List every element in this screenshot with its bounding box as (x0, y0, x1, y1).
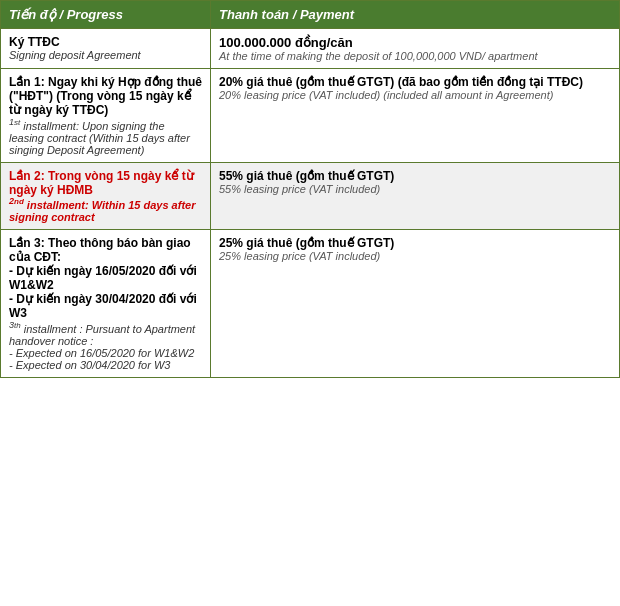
table-header: Tiến độ / Progress Thanh toán / Payment (1, 1, 619, 28)
row-kyttdc-amount-en: At the time of making the deposit of 100… (219, 50, 611, 62)
row-lan2: Lần 2: Trong vòng 15 ngày kể từ ngày ký … (1, 162, 619, 230)
row-kyttdc-amount: 100.000.000 đồng/căn (219, 35, 611, 50)
row-kyttdc: Ký TTĐC Signing deposit Agreement 100.00… (1, 28, 619, 68)
row-lan3: Lần 3: Theo thông báo bàn giao của CĐT:-… (1, 229, 619, 377)
row-lan3-vi: Lần 3: Theo thông báo bàn giao của CĐT:-… (9, 236, 202, 320)
header-payment: Thanh toán / Payment (211, 1, 619, 28)
row-kyttdc-right: 100.000.000 đồng/căn At the time of maki… (211, 29, 619, 68)
row-lan1-right: 20% giá thuê (gồm thuế GTGT) (đã bao gồm… (211, 69, 619, 162)
row-lan3-amount-en: 25% leasing price (VAT included) (219, 250, 611, 262)
row-lan3-right: 25% giá thuê (gồm thuế GTGT) 25% leasing… (211, 230, 619, 377)
row-lan1: Lần 1: Ngay khi ký Hợp đồng thuê ("HĐT")… (1, 68, 619, 162)
row-lan2-right: 55% giá thuê (gồm thuế GTGT) 55% leasing… (211, 163, 619, 230)
row-lan3-left: Lần 3: Theo thông báo bàn giao của CĐT:-… (1, 230, 211, 377)
row-lan1-amount-en: 20% leasing price (VAT included) (includ… (219, 89, 611, 101)
row-lan2-amount-en: 55% leasing price (VAT included) (219, 183, 611, 195)
row-lan3-en: 3th installment : Pursuant to Apartment … (9, 320, 202, 371)
row-lan2-vi: Lần 2: Trong vòng 15 ngày kể từ ngày ký … (9, 169, 202, 197)
row-kyttdc-vi: Ký TTĐC (9, 35, 202, 49)
row-kyttdc-left: Ký TTĐC Signing deposit Agreement (1, 29, 211, 68)
row-kyttdc-en: Signing deposit Agreement (9, 49, 202, 61)
row-lan1-left: Lần 1: Ngay khi ký Hợp đồng thuê ("HĐT")… (1, 69, 211, 162)
row-lan2-en: 2nd installment: Within 15 days after si… (9, 197, 202, 224)
row-lan1-amount-vi: 20% giá thuê (gồm thuế GTGT) (đã bao gồm… (219, 75, 611, 89)
row-lan2-amount-vi: 55% giá thuê (gồm thuế GTGT) (219, 169, 611, 183)
row-lan3-amount-vi: 25% giá thuê (gồm thuế GTGT) (219, 236, 611, 250)
row-lan2-left: Lần 2: Trong vòng 15 ngày kể từ ngày ký … (1, 163, 211, 230)
header-progress: Tiến độ / Progress (1, 1, 211, 28)
row-lan1-vi: Lần 1: Ngay khi ký Hợp đồng thuê ("HĐT")… (9, 75, 202, 117)
payment-schedule-table: Tiến độ / Progress Thanh toán / Payment … (0, 0, 620, 378)
row-lan1-en: 1st installment: Upon signing the leasin… (9, 117, 202, 156)
